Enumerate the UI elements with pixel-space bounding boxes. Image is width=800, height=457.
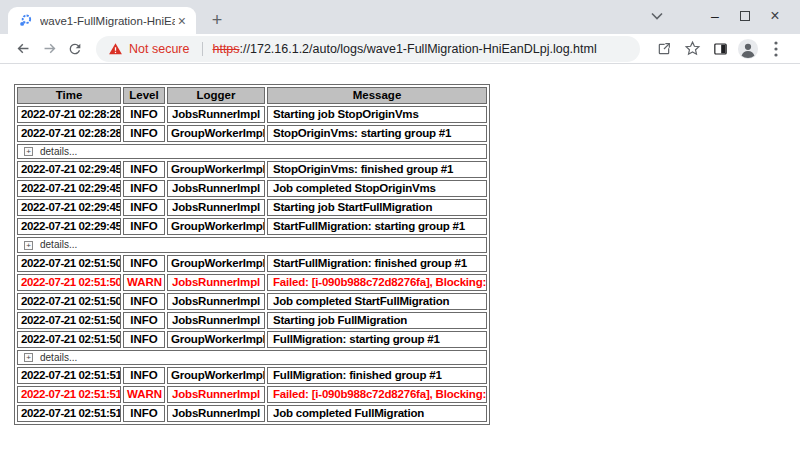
cell-message: Job completed StopOriginVms (267, 180, 487, 197)
expand-details-button[interactable]: + (24, 147, 33, 156)
log-table: Time Level Logger Message 2022-07-21 02:… (14, 84, 490, 425)
cell-time: 2022-07-21 02:51:50 (17, 255, 121, 272)
cell-message: Failed: [i-090b988c72d8276fa], Blocking:… (267, 386, 487, 403)
expand-details-button[interactable]: + (24, 353, 33, 362)
cell-level: INFO (123, 180, 165, 197)
tab-search-chevron-icon[interactable] (642, 3, 672, 29)
details-row: +details... (17, 144, 487, 159)
expand-details-button[interactable]: + (24, 241, 33, 250)
browser-toolbar: Not secure https://172.16.1.2/auto/logs/… (0, 34, 800, 64)
cell-message: Starting job StartFullMigration (267, 199, 487, 216)
details-cell: +details... (17, 237, 487, 252)
reload-button[interactable] (62, 36, 88, 62)
url-text[interactable]: https://172.16.1.2/auto/logs/wave1-FullM… (212, 42, 596, 56)
cell-time: 2022-07-21 02:51:50 (17, 312, 121, 329)
forward-button[interactable] (36, 36, 62, 62)
log-row: 2022-07-21 02:29:45INFOJobsRunnerImplJob… (17, 180, 487, 197)
cell-level: INFO (123, 331, 165, 348)
cell-time: 2022-07-21 02:29:45 (17, 161, 121, 178)
cell-logger: GroupWorkerImpl (167, 367, 265, 384)
cell-time: 2022-07-21 02:29:45 (17, 199, 121, 216)
cell-logger: JobsRunnerImpl (167, 405, 265, 422)
col-header-logger: Logger (167, 87, 265, 104)
new-tab-button[interactable]: + (204, 8, 230, 34)
cell-level: INFO (123, 199, 165, 216)
page-favicon-icon (18, 13, 33, 28)
cell-level: INFO (123, 161, 165, 178)
log-row-warn: 2022-07-21 02:51:51WARNJobsRunnerImplFai… (17, 386, 487, 403)
log-row: 2022-07-21 02:29:45INFOGroupWorkerImplSt… (17, 161, 487, 178)
cell-level: INFO (123, 367, 165, 384)
window-close-button[interactable]: × (760, 3, 790, 29)
cell-message: Starting job FullMigration (267, 312, 487, 329)
url-scheme-struck: https (212, 42, 239, 56)
cell-logger: GroupWorkerImpl (167, 218, 265, 235)
menu-kebab-icon[interactable] (762, 36, 790, 62)
cell-logger: JobsRunnerImpl (167, 106, 265, 123)
back-button[interactable] (10, 36, 36, 62)
details-label[interactable]: details... (40, 146, 77, 157)
cell-level: INFO (123, 255, 165, 272)
log-table-body: 2022-07-21 02:28:28INFOJobsRunnerImplSta… (17, 106, 487, 422)
cell-logger: GroupWorkerImpl (167, 331, 265, 348)
cell-time: 2022-07-21 02:51:50 (17, 274, 121, 291)
cell-message: Failed: [i-090b988c72d8276fa], Blocking:… (267, 274, 487, 291)
cell-time: 2022-07-21 02:28:28 (17, 125, 121, 142)
cell-level: INFO (123, 125, 165, 142)
cell-time: 2022-07-21 02:51:51 (17, 367, 121, 384)
log-table-header-row: Time Level Logger Message (17, 87, 487, 104)
details-row: +details... (17, 350, 487, 365)
window-minimize-button[interactable]: – (700, 3, 730, 29)
cell-message: StartFullMigration: finished group #1 (267, 255, 487, 272)
tab-title: wave1-FullMigration-HniEanDLpj (40, 15, 175, 27)
cell-level: WARN (123, 274, 165, 291)
cell-time: 2022-07-21 02:51:51 (17, 405, 121, 422)
details-row: +details... (17, 237, 487, 252)
cell-logger: JobsRunnerImpl (167, 274, 265, 291)
col-header-time: Time (17, 87, 121, 104)
cell-logger: GroupWorkerImpl (167, 125, 265, 142)
tab-close-icon[interactable]: × (175, 13, 189, 29)
share-icon[interactable] (650, 36, 678, 62)
cell-level: INFO (123, 312, 165, 329)
col-header-message: Message (267, 87, 487, 104)
chip-divider (202, 42, 203, 56)
cell-time: 2022-07-21 02:51:50 (17, 293, 121, 310)
log-row: 2022-07-21 02:51:51INFOJobsRunnerImplJob… (17, 405, 487, 422)
cell-time: 2022-07-21 02:28:28 (17, 106, 121, 123)
cell-level: INFO (123, 106, 165, 123)
window-maximize-button[interactable] (730, 3, 760, 29)
cell-logger: JobsRunnerImpl (167, 180, 265, 197)
cell-message: StopOriginVms: finished group #1 (267, 161, 487, 178)
bookmark-star-icon[interactable] (678, 36, 706, 62)
details-label[interactable]: details... (40, 352, 77, 363)
url-rest: ://172.16.1.2/auto/logs/wave1-FullMigrat… (240, 42, 597, 56)
cell-level: INFO (123, 293, 165, 310)
cell-logger: JobsRunnerImpl (167, 199, 265, 216)
details-label[interactable]: details... (40, 239, 77, 250)
details-cell: +details... (17, 144, 487, 159)
details-cell: +details... (17, 350, 487, 365)
log-row-warn: 2022-07-21 02:51:50WARNJobsRunnerImplFai… (17, 274, 487, 291)
log-row: 2022-07-21 02:51:51INFOGroupWorkerImplFu… (17, 367, 487, 384)
cell-logger: GroupWorkerImpl (167, 255, 265, 272)
log-row: 2022-07-21 02:51:50INFOGroupWorkerImplSt… (17, 255, 487, 272)
side-panel-icon[interactable] (706, 36, 734, 62)
cell-logger: JobsRunnerImpl (167, 312, 265, 329)
cell-logger: GroupWorkerImpl (167, 161, 265, 178)
cell-level: WARN (123, 386, 165, 403)
log-page: Time Level Logger Message 2022-07-21 02:… (0, 64, 800, 456)
browser-tab[interactable]: wave1-FullMigration-HniEanDLpj × (8, 7, 196, 34)
cell-message: StartFullMigration: starting group #1 (267, 218, 487, 235)
log-row: 2022-07-21 02:29:45INFOGroupWorkerImplSt… (17, 218, 487, 235)
profile-avatar[interactable] (734, 36, 762, 62)
address-bar[interactable]: Not secure https://172.16.1.2/auto/logs/… (96, 36, 640, 62)
cell-logger: JobsRunnerImpl (167, 293, 265, 310)
browser-tab-strip: wave1-FullMigration-HniEanDLpj × + – × (0, 0, 800, 34)
not-secure-label[interactable]: Not secure (129, 42, 189, 56)
cell-level: INFO (123, 218, 165, 235)
cell-time: 2022-07-21 02:29:45 (17, 180, 121, 197)
cell-message: FullMigration: finished group #1 (267, 367, 487, 384)
cell-message: Job completed FullMigration (267, 405, 487, 422)
cell-message: Starting job StopOriginVms (267, 106, 487, 123)
